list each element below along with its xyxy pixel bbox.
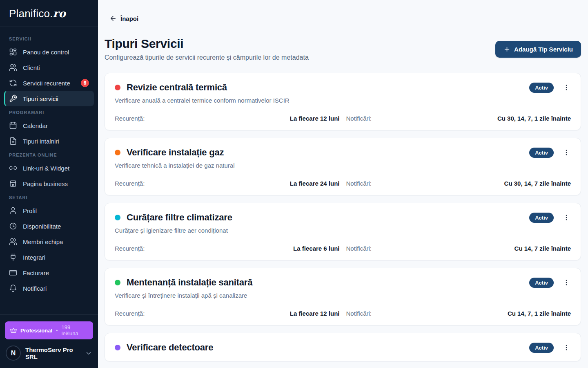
more-options-button[interactable] (562, 148, 571, 157)
notifications-label: Notificări: (346, 115, 372, 122)
section-label-servicii: Servicii (4, 33, 94, 44)
sidebar-item-integrari[interactable]: Integrari (4, 249, 94, 265)
sidebar-item-disponibilitate[interactable]: Disponibilitate (4, 218, 94, 234)
bell-icon (9, 284, 17, 292)
sidebar-item-notificari[interactable]: Notificari (4, 280, 94, 296)
service-type-card: Verificare instalație gaz Activ Verifica… (105, 138, 581, 195)
sidebar-item-tipuri-servicii[interactable]: Tipuri servicii (4, 91, 94, 106)
service-type-list: Revizie centrală termică Activ Verificar… (105, 73, 581, 361)
notifications-value: Cu 30, 14, 7, 1 zile înainte (497, 115, 571, 122)
sidebar-item-label: Servicii recurente (23, 80, 70, 87)
recurrence-value: La fiecare 12 luni (290, 310, 340, 317)
sidebar-item-panou-de-control[interactable]: Panou de control (4, 44, 94, 60)
sidebar-item-linkuri-widget[interactable]: Link-uri & Widget (4, 160, 94, 176)
color-dot (115, 215, 120, 220)
plan-name: Professional (20, 328, 52, 334)
page-subtitle: Configurează tipurile de servicii recure… (105, 54, 309, 61)
plug-icon (9, 253, 17, 261)
sidebar-item-label: Panou de control (23, 49, 69, 56)
main-content: Înapoi Tipuri Servicii Configurează tipu… (98, 0, 588, 368)
users-icon (9, 63, 17, 72)
sidebar-item-pagina-business[interactable]: Pagina business (4, 176, 94, 191)
sidebar-item-label: Pagina business (23, 180, 68, 187)
user-icon (9, 206, 17, 215)
more-options-button[interactable] (562, 343, 571, 352)
sidebar-item-servicii-recurente[interactable]: Servicii recurente 6 (4, 75, 94, 91)
sidebar: Planifico.ro Servicii Panou de control C… (0, 0, 98, 368)
add-service-type-button[interactable]: Adaugă Tip Serviciu (495, 41, 581, 58)
card-title: Revizie centrală termică (127, 82, 227, 93)
recurrence-value: La fiecare 6 luni (293, 245, 339, 252)
notifications-label: Notificări: (346, 180, 372, 187)
service-type-card: Mentenanță instalație sanitară Activ Ver… (105, 268, 581, 325)
recurrence-value: La fiecare 12 luni (290, 115, 340, 122)
sidebar-item-tipuri-intalniri[interactable]: Tipuri intalniri (4, 133, 94, 149)
storefront-icon (9, 180, 17, 188)
arrow-left-icon (109, 15, 117, 22)
status-badge: Activ (529, 278, 554, 288)
sidebar-item-label: Tipuri intalniri (23, 138, 59, 145)
section-label-setari: Setari (4, 191, 94, 203)
sidebar-item-label: Calendar (23, 122, 48, 129)
card-description: Verificare tehnică a instalației de gaz … (115, 162, 571, 169)
recurrence-label: Recurență: (115, 245, 145, 252)
card-description: Verificare și întreținere instalații apă… (115, 292, 571, 299)
link-icon (9, 164, 17, 172)
notifications-value: Cu 14, 7, 1 zile înainte (508, 310, 571, 317)
recurrence-label: Recurență: (115, 115, 145, 122)
card-description: Verificare anuală a centralei termice co… (115, 97, 571, 104)
more-options-button[interactable] (562, 83, 571, 92)
service-type-card: Verificare detectoare Activ (105, 333, 581, 361)
color-dot (115, 150, 120, 155)
section-label-prezenta-online: Prezenta online (4, 149, 94, 160)
card-title: Verificare detectoare (127, 342, 213, 353)
recurrence-label: Recurență: (115, 310, 145, 317)
sidebar-bottom: Professional • 199 lei/luna N ThermoServ… (0, 314, 98, 368)
sidebar-item-label: Notificari (23, 285, 47, 292)
logo-tld: ro (53, 7, 66, 20)
avatar: N (6, 346, 21, 361)
sidebar-item-calendar[interactable]: Calendar (4, 118, 94, 133)
notifications-value: Cu 30, 14, 7 zile înainte (504, 180, 571, 187)
sidebar-item-label: Clienti (23, 64, 40, 71)
plan-badge[interactable]: Professional • 199 lei/luna (5, 321, 93, 339)
card-title: Curățare filtre climatizare (127, 212, 232, 223)
more-options-button[interactable] (562, 278, 571, 287)
notifications-label: Notificări: (346, 245, 372, 252)
crown-icon (10, 327, 17, 334)
color-dot (115, 345, 120, 350)
status-badge: Activ (529, 343, 554, 353)
app-logo: Planifico.ro (0, 0, 98, 27)
plan-separator: • (56, 328, 58, 334)
page-title: Tipuri Servicii (105, 37, 309, 51)
sidebar-item-clienti[interactable]: Clienti (4, 60, 94, 75)
wrench-icon (9, 94, 17, 103)
service-type-card: Revizie centrală termică Activ Verificar… (105, 73, 581, 130)
credit-card-icon (9, 269, 17, 277)
sidebar-item-profil[interactable]: Profil (4, 203, 94, 218)
sidebar-item-label: Link-uri & Widget (23, 165, 69, 172)
sidebar-item-label: Tipuri servicii (23, 95, 58, 102)
back-button[interactable]: Înapoi (109, 15, 138, 22)
team-icon (9, 238, 17, 246)
refresh-icon (9, 79, 17, 87)
sidebar-item-label: Integrari (23, 254, 45, 261)
notifications-label: Notificări: (346, 310, 372, 317)
account-switcher[interactable]: N ThermoServ Pro SRL (5, 346, 93, 361)
card-description: Curățare și igienizare filtre aer condiț… (115, 227, 571, 234)
sidebar-item-label: Disponibilitate (23, 223, 61, 230)
logo-text: Planifico. (9, 7, 53, 20)
more-options-button[interactable] (562, 213, 571, 222)
sidebar-item-membri-echipa[interactable]: Membri echipa (4, 234, 94, 249)
chevron-down-icon (85, 350, 92, 357)
add-button-label: Adaugă Tip Serviciu (514, 46, 573, 53)
page-header-text: Tipuri Servicii Configurează tipurile de… (105, 37, 309, 61)
status-badge: Activ (529, 148, 554, 158)
sidebar-item-label: Membri echipa (23, 238, 63, 245)
card-title: Mentenanță instalație sanitară (127, 277, 252, 288)
service-type-card: Curățare filtre climatizare Activ Curăța… (105, 203, 581, 260)
company-name: ThermoServ Pro SRL (25, 346, 80, 360)
sidebar-item-facturare[interactable]: Facturare (4, 265, 94, 280)
back-label: Înapoi (120, 15, 138, 22)
color-dot (115, 85, 120, 90)
